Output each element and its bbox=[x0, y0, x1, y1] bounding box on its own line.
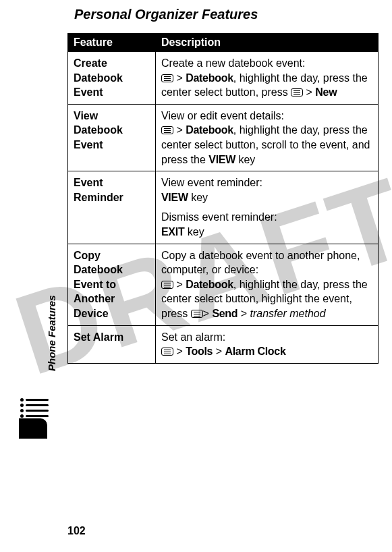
menu-item-send: Send bbox=[212, 308, 237, 319]
tab-body bbox=[19, 418, 47, 439]
tab-bar bbox=[26, 415, 49, 417]
menu-item-datebook: Datebook bbox=[186, 124, 233, 136]
menu-icon bbox=[161, 74, 173, 82]
tab-dot bbox=[20, 404, 24, 407]
key-view: VIEW bbox=[161, 192, 188, 203]
description-cell: Set an alarm: > Tools > Alarm Clock bbox=[156, 325, 379, 363]
spacer bbox=[161, 204, 372, 210]
menu-icon bbox=[291, 88, 303, 96]
menu-item-datebook: Datebook bbox=[186, 72, 233, 84]
tab-dot bbox=[20, 414, 24, 418]
menu-item-datebook: Datebook bbox=[186, 279, 233, 290]
key-exit: EXIT bbox=[161, 226, 184, 238]
col-feature: Feature bbox=[68, 34, 156, 52]
manual-page: DRAFT Personal Organizer Features Featur… bbox=[0, 0, 392, 552]
key-view: VIEW bbox=[208, 154, 235, 165]
desc-text: key bbox=[184, 226, 204, 238]
section-side-label: Phone Features bbox=[46, 295, 57, 371]
table-row: Copy Datebook Event to Another Device Co… bbox=[68, 244, 379, 325]
page-number: 102 bbox=[67, 525, 86, 537]
desc-line: EXIT key bbox=[161, 225, 372, 240]
menu-icon bbox=[161, 281, 173, 289]
table-header-row: Feature Description bbox=[68, 34, 379, 52]
gt: > bbox=[173, 124, 186, 136]
page-title: Personal Organizer Features bbox=[67, 7, 379, 22]
menu-item-alarm-clock: Alarm Clock bbox=[225, 346, 285, 357]
feature-cell: Create Datebook Event bbox=[68, 52, 156, 105]
desc-lead: View or edit event details: bbox=[161, 109, 372, 123]
description-cell: Copy a datebook event to another phone, … bbox=[156, 244, 379, 325]
feature-cell: Set Alarm bbox=[68, 325, 156, 363]
desc-steps: > Datebook, highlight the day, press the… bbox=[161, 123, 372, 167]
description-cell: Create a new datebook event: > Datebook,… bbox=[156, 52, 379, 105]
desc-lead: View event reminder: bbox=[161, 175, 372, 190]
feature-cell: Copy Datebook Event to Another Device bbox=[68, 244, 156, 325]
description-cell: View or edit event details: > Datebook, … bbox=[156, 104, 379, 171]
menu-item-tools: Tools bbox=[186, 346, 213, 357]
gt: > bbox=[173, 72, 186, 84]
gt: > bbox=[303, 86, 315, 98]
desc-line: VIEW key bbox=[161, 190, 372, 205]
desc-text: key bbox=[188, 192, 208, 203]
desc-lead: Set an alarm: bbox=[161, 330, 372, 345]
desc-steps: > Tools > Alarm Clock bbox=[161, 344, 372, 359]
tab-dot bbox=[20, 398, 24, 402]
table-row: Create Datebook Event Create a new dateb… bbox=[68, 52, 379, 105]
gt: > bbox=[173, 346, 186, 357]
desc-lead: Dismiss event reminder: bbox=[161, 210, 372, 225]
description-cell: View event reminder: VIEW key Dismiss ev… bbox=[156, 171, 379, 244]
table-row: Event Reminder View event reminder: VIEW… bbox=[68, 171, 379, 244]
table-row: Set Alarm Set an alarm: > Tools > Alarm … bbox=[68, 325, 379, 363]
menu-icon bbox=[161, 126, 173, 134]
gt: > bbox=[203, 308, 213, 319]
desc-steps: > Datebook, highlight the day, press the… bbox=[161, 277, 372, 321]
menu-item-new: New bbox=[315, 86, 337, 98]
gt: > bbox=[213, 346, 225, 357]
gt: > bbox=[237, 308, 250, 319]
tab-bar bbox=[26, 404, 49, 406]
table-row: View Datebook Event View or edit event d… bbox=[68, 104, 379, 171]
desc-lead: Create a new datebook event: bbox=[161, 56, 372, 71]
features-table: Feature Description Create Datebook Even… bbox=[67, 33, 379, 364]
tab-bar bbox=[26, 410, 49, 412]
menu-icon bbox=[191, 310, 203, 318]
tab-dot bbox=[20, 409, 24, 412]
feature-cell: View Datebook Event bbox=[68, 104, 156, 171]
transfer-method: transfer method bbox=[250, 308, 326, 319]
menu-icon bbox=[161, 348, 173, 356]
tab-bar bbox=[26, 399, 49, 401]
desc-steps: > Datebook, highlight the day, press the… bbox=[161, 71, 372, 100]
desc-lead: Copy a datebook event to another phone, … bbox=[161, 248, 372, 277]
col-description: Description bbox=[156, 34, 379, 52]
desc-text: key bbox=[235, 154, 255, 165]
gt: > bbox=[173, 279, 186, 290]
feature-cell: Event Reminder bbox=[68, 171, 156, 244]
page-tab-graphic bbox=[19, 398, 54, 439]
